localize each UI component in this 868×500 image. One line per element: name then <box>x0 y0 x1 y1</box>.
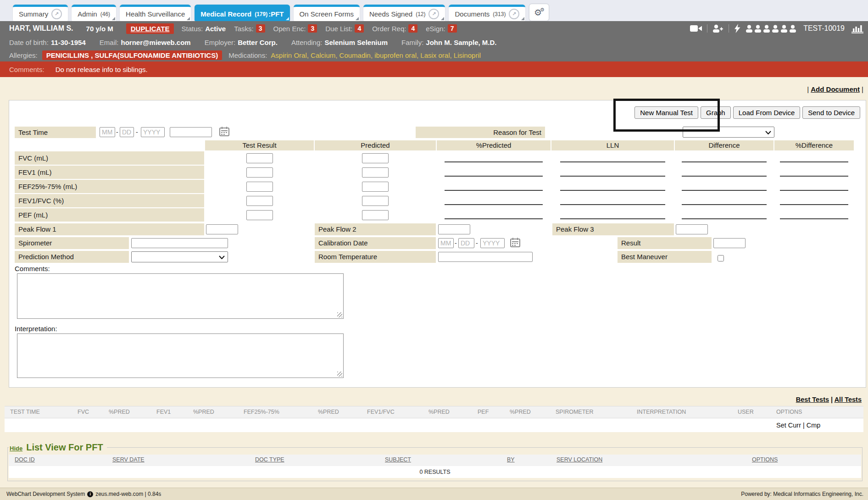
test-time-month-input[interactable] <box>100 127 115 137</box>
new-manual-test-button[interactable]: New Manual Test <box>634 106 698 119</box>
test-time-year-input[interactable] <box>141 127 165 137</box>
spacer-cell <box>15 140 204 150</box>
patient-age-sex: 70 y/o M <box>86 25 113 33</box>
order-req-count-badge[interactable]: 4 <box>408 24 417 33</box>
fvc-result-input[interactable] <box>246 153 273 163</box>
fev1-pct-difference-cell <box>774 166 854 179</box>
footer-powered-by: Powered by: Medical Informatics Engineer… <box>741 491 863 497</box>
fev1fvc-predicted-input[interactable] <box>362 196 389 206</box>
tab-label: Documents <box>455 10 490 18</box>
lightning-bolt-icon[interactable] <box>734 24 740 33</box>
doc-col-serv-date[interactable]: SERV DATE <box>112 456 145 463</box>
pef-result-input[interactable] <box>246 210 273 220</box>
best-tests-link[interactable]: Best Tests <box>796 396 829 403</box>
graph-button[interactable]: Graph <box>701 106 731 119</box>
patient-name: HART, WILLIAM S. <box>9 24 73 33</box>
fvc-predicted-input[interactable] <box>362 153 389 163</box>
test-time-time-input[interactable] <box>170 127 212 137</box>
fvc-pct-predicted-cell <box>437 151 551 165</box>
allergies-value[interactable]: PENICILLINS , SULFA(SULFONAMIDE ANTIBIOT… <box>42 50 222 60</box>
calendar-icon[interactable] <box>219 127 229 138</box>
hide-link[interactable]: Hide <box>10 445 22 452</box>
add-person-icon[interactable] <box>712 24 723 33</box>
due-list-count-badge[interactable]: 4 <box>355 24 364 33</box>
doc-col-subject[interactable]: SUBJECT <box>385 456 411 463</box>
tab-needs-signed[interactable]: Needs Signed (12) ↗ <box>363 5 445 21</box>
calibration-day-input[interactable] <box>458 238 474 248</box>
fvc-result-cell <box>205 151 314 165</box>
test-time-day-input[interactable] <box>120 127 134 137</box>
tab-suffix: :PFT <box>268 10 284 18</box>
load-from-device-button[interactable]: Load From Device <box>733 106 801 119</box>
fef-predicted-input[interactable] <box>362 182 389 192</box>
care-team-icons[interactable] <box>746 25 796 33</box>
fef-result-cell <box>205 180 314 193</box>
add-document-link[interactable]: Add Document <box>811 85 860 93</box>
tab-on-screen-forms[interactable]: On Screen Forms <box>294 5 360 21</box>
doc-col-serv-location[interactable]: SERV LOCATION <box>556 456 602 463</box>
doc-col-by[interactable]: BY <box>507 456 515 463</box>
peak-flow-3-input[interactable] <box>676 224 708 234</box>
esign-count-badge[interactable]: 7 <box>448 24 457 33</box>
pef-predicted-input[interactable] <box>362 210 389 220</box>
room-temperature-input[interactable] <box>438 252 533 262</box>
empty-value-underline <box>560 161 666 162</box>
comments-label: Comments: <box>15 265 50 272</box>
set-curr-cmp-links[interactable]: Set Curr | Cmp <box>776 418 820 432</box>
status-label: Status: <box>181 25 203 33</box>
fev1-predicted-input[interactable] <box>362 167 389 178</box>
peak-flow-2-input[interactable] <box>438 224 470 234</box>
video-camera-icon[interactable] <box>690 25 702 32</box>
external-link-icon[interactable]: ↗ <box>51 9 62 19</box>
spirometer-input[interactable] <box>131 238 228 248</box>
doc-col-doc-id[interactable]: DOC ID <box>15 456 35 463</box>
calibration-year-input[interactable] <box>480 238 505 248</box>
external-link-icon[interactable]: ↗ <box>509 9 519 19</box>
info-icon[interactable]: i <box>87 491 93 497</box>
footer: WebChart Development System i zeus.med-w… <box>0 488 868 500</box>
open-enc-count-badge[interactable]: 3 <box>308 24 317 33</box>
calendar-icon[interactable] <box>510 238 520 249</box>
tab-medical-record[interactable]: Medical Record (179) :PFT <box>195 5 289 21</box>
doc-col-doc-type[interactable]: DOC TYPE <box>255 456 284 463</box>
peak-flow-1-input[interactable] <box>206 224 238 234</box>
tab-label: Health Surveillance <box>126 10 185 18</box>
medications-value[interactable]: Aspirin Oral, Calcium, Coumadin, ibuprof… <box>271 51 481 59</box>
empty-value-underline <box>780 190 848 191</box>
results-col-fev1: FEV1 <box>156 409 171 415</box>
results-col-fef: FEF25%-75% <box>244 409 279 415</box>
settings-gear-button[interactable]: ⚙⚙ <box>529 4 549 21</box>
tasks-count-badge[interactable]: 3 <box>256 24 265 33</box>
empty-value-underline <box>560 190 666 191</box>
empty-value-underline <box>780 161 848 162</box>
dob-label: Date of birth: <box>9 39 49 46</box>
send-to-device-button[interactable]: Send to Device <box>802 106 860 119</box>
all-tests-link[interactable]: All Tests <box>835 396 862 403</box>
fef-result-input[interactable] <box>246 182 273 192</box>
reason-for-test-select[interactable] <box>683 127 774 138</box>
fev1fvc-result-input[interactable] <box>246 196 273 206</box>
tab-health-surveillance[interactable]: Health Surveillance <box>120 5 191 21</box>
best-maneuver-checkbox[interactable] <box>718 255 724 261</box>
external-link-icon[interactable]: ↗ <box>428 9 439 19</box>
interpretation-textarea[interactable] <box>17 333 344 378</box>
calibration-month-input[interactable] <box>438 238 454 248</box>
best-maneuver-label: Best Maneuver <box>618 251 712 263</box>
doc-col-options[interactable]: OPTIONS <box>752 456 778 463</box>
prediction-method-select[interactable] <box>131 251 228 262</box>
duplicate-badge[interactable]: DUPLICATE <box>126 23 174 34</box>
tab-admin[interactable]: Admin (46) <box>72 5 116 21</box>
comments-textarea[interactable] <box>17 273 344 319</box>
empty-value-underline <box>780 204 848 205</box>
bar-chart-icon[interactable] <box>851 24 863 33</box>
peak-flow-1-label: Peak Flow 1 <box>15 223 204 235</box>
tab-summary[interactable]: Summary ↗ <box>13 5 68 21</box>
comments-banner: Comments: Do not release info to sibling… <box>0 61 868 77</box>
tasks-label: Tasks: <box>234 25 254 33</box>
result-input[interactable] <box>713 238 746 248</box>
empty-value-underline <box>445 204 542 205</box>
tab-documents[interactable]: Documents (313) ↗ <box>449 5 525 21</box>
fev1fvc-difference-cell <box>675 194 773 207</box>
employer-label: Employer: <box>205 39 236 46</box>
fev1-result-input[interactable] <box>246 167 273 178</box>
